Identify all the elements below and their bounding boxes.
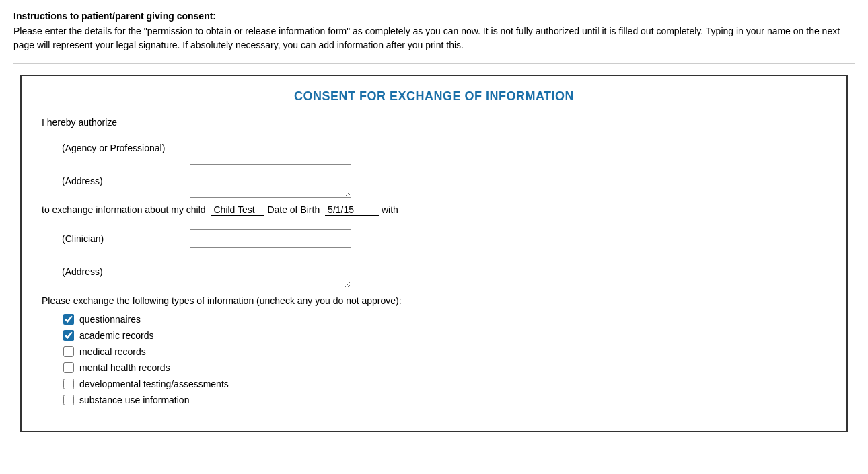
instructions-section: Instructions to patient/parent giving co…	[13, 11, 855, 52]
clinician-label: (Clinician)	[62, 233, 183, 244]
dob-value: 5/1/15	[325, 204, 379, 216]
list-item: mental health records	[63, 362, 826, 373]
address2-input[interactable]	[190, 255, 351, 288]
page-wrapper: Instructions to patient/parent giving co…	[0, 0, 868, 443]
address1-label: (Address)	[62, 175, 183, 186]
checkbox-label-medical_records: medical records	[79, 346, 146, 357]
address2-row: (Address)	[62, 255, 826, 288]
agency-input[interactable]	[190, 139, 351, 157]
exchange-types-text: Please exchange the following types of i…	[42, 295, 826, 306]
exchange-types-section: Please exchange the following types of i…	[42, 295, 826, 405]
child-name-value: Child Test	[211, 204, 264, 216]
address1-row: (Address)	[62, 164, 826, 198]
consent-form: CONSENT FOR EXCHANGE OF INFORMATION I he…	[20, 75, 848, 432]
list-item: academic records	[63, 330, 826, 341]
list-item: developmental testing/assessments	[63, 379, 826, 389]
child-info-row: to exchange information about my child C…	[42, 204, 826, 216]
dob-label: Date of Birth	[267, 204, 320, 215]
clinician-row: (Clinician)	[62, 229, 826, 248]
section-divider	[13, 63, 855, 64]
checkbox-label-academic_records: academic records	[79, 330, 154, 341]
with-text: with	[382, 204, 398, 215]
list-item: medical records	[63, 346, 826, 357]
checkbox-questionnaires[interactable]	[63, 314, 74, 325]
checkbox-list: questionnairesacademic recordsmedical re…	[42, 314, 826, 405]
checkbox-label-mental_health_records: mental health records	[79, 362, 170, 373]
checkbox-mental_health_records[interactable]	[63, 362, 74, 373]
list-item: substance use information	[63, 395, 826, 405]
checkbox-label-substance_use: substance use information	[79, 395, 189, 405]
child-info-prefix: to exchange information about my child	[42, 204, 206, 215]
clinician-input[interactable]	[190, 229, 351, 248]
checkbox-label-developmental_testing: developmental testing/assessments	[79, 379, 229, 389]
authorize-text: I hereby authorize	[42, 117, 826, 128]
agency-row: (Agency or Professional)	[62, 139, 826, 157]
checkbox-developmental_testing[interactable]	[63, 379, 74, 389]
checkbox-label-questionnaires: questionnaires	[79, 314, 141, 325]
address2-label: (Address)	[62, 266, 183, 277]
form-title: CONSENT FOR EXCHANGE OF INFORMATION	[42, 89, 826, 104]
instructions-text: Please enter the details for the "permis…	[13, 24, 855, 52]
list-item: questionnaires	[63, 314, 826, 325]
checkbox-medical_records[interactable]	[63, 346, 74, 357]
checkbox-substance_use[interactable]	[63, 395, 74, 405]
agency-label: (Agency or Professional)	[62, 143, 183, 153]
instructions-title: Instructions to patient/parent giving co…	[13, 11, 855, 22]
checkbox-academic_records[interactable]	[63, 330, 74, 341]
address1-input[interactable]	[190, 164, 351, 198]
